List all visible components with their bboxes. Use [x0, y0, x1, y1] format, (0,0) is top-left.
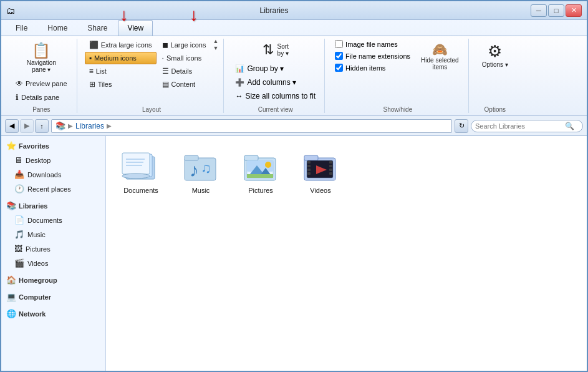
videos-library-icon — [301, 149, 340, 184]
svg-text:♪: ♪ — [190, 160, 199, 180]
large-icons-btn[interactable]: ◼ Large icons — [158, 39, 211, 51]
refresh-button[interactable]: ↻ — [455, 119, 468, 133]
ribbon-group-layout: ⬛ Extra large icons ▪ Medium icons ≡ Lis… — [80, 39, 224, 113]
back-button[interactable]: ◀ — [5, 119, 19, 133]
sidebar: ⭐ Favorites 🖥 Desktop 📥 Downloads 🕐 Rece… — [1, 136, 106, 372]
search-input[interactable] — [475, 122, 562, 130]
sidebar-item-videos[interactable]: 🎬 Videos — [1, 256, 105, 270]
videos-icon: 🎬 — [14, 258, 24, 268]
show-hide-checkboxes: Image file names File name extensions Hi… — [332, 39, 413, 73]
search-icon[interactable]: 🔍 — [565, 122, 574, 130]
tab-file[interactable]: File — [6, 20, 37, 36]
sidebar-section-computer: 💻 Computer — [1, 290, 105, 304]
image-file-names-item[interactable]: Image file names — [332, 39, 413, 49]
size-all-columns-button[interactable]: ↔ Size all columns to fit — [231, 90, 319, 102]
medium-icons-btn[interactable]: ▪ Medium icons — [85, 52, 157, 64]
pictures-library-icon — [241, 149, 281, 184]
sort-by-button[interactable]: ⇅ Sort by ▾ — [231, 39, 319, 61]
ribbon-content: 📋 Navigation pane ▾ 👁 Preview pane ℹ Det… — [1, 36, 587, 115]
content-btn[interactable]: ▤ Content — [158, 78, 211, 91]
svg-rect-28 — [329, 169, 332, 171]
current-view-group-label: Current view — [258, 104, 293, 113]
close-button[interactable]: ✕ — [566, 4, 582, 17]
up-button[interactable]: ↑ — [35, 119, 49, 133]
image-file-names-checkbox[interactable] — [335, 40, 343, 48]
svg-text:♫: ♫ — [201, 160, 211, 176]
sidebar-item-recent-places[interactable]: 🕐 Recent places — [1, 182, 105, 196]
library-item-videos[interactable]: Videos — [296, 146, 345, 197]
ribbon-group-options: ⚙ Options ▾ Options — [471, 39, 519, 113]
downloads-icon: 📥 — [14, 170, 24, 179]
svg-point-15 — [265, 162, 271, 168]
sidebar-network-header[interactable]: 🌐 Network — [1, 306, 105, 321]
file-name-extensions-checkbox[interactable] — [335, 52, 343, 60]
options-button[interactable]: ⚙ Options ▾ — [476, 39, 514, 71]
svg-rect-26 — [329, 161, 332, 164]
sidebar-homegroup-header[interactable]: 🏠 Homegroup — [1, 273, 105, 287]
content-area: Documents ♪ ♫ Music — [106, 136, 587, 372]
documents-icon: 📄 — [14, 215, 24, 225]
ribbon-tab-bar: File Home Share View — [1, 20, 587, 36]
library-item-documents[interactable]: Documents — [116, 146, 166, 197]
nav-arrows: ◀ ▶ ↑ — [5, 119, 49, 133]
layout-scroll[interactable]: ▲ ▼ — [213, 39, 218, 51]
breadcrumb-libraries[interactable]: Libraries — [75, 122, 104, 130]
group-by-button[interactable]: 📊 Group by ▾ — [231, 62, 319, 75]
details-btn[interactable]: ☰ Details — [158, 65, 211, 77]
layout-group-label: Layout — [142, 104, 161, 113]
sidebar-item-downloads[interactable]: 📥 Downloads — [1, 167, 105, 182]
details-pane-button[interactable]: ℹ Details pane — [11, 91, 72, 104]
sidebar-computer-header[interactable]: 💻 Computer — [1, 290, 105, 304]
small-icons-btn[interactable]: · Small icons — [158, 52, 211, 64]
sidebar-libraries-header[interactable]: 📚 Libraries — [1, 198, 105, 213]
library-item-music[interactable]: ♪ ♫ Music — [176, 146, 226, 197]
extra-large-icons-btn[interactable]: ⬛ Extra large icons — [85, 39, 157, 51]
sidebar-item-documents[interactable]: 📄 Documents — [1, 213, 105, 227]
forward-button[interactable]: ▶ — [20, 119, 34, 133]
sidebar-item-music[interactable]: 🎵 Music — [1, 227, 105, 242]
hide-selected-button[interactable]: 🙈 Hide selected items — [417, 39, 463, 74]
address-bar: ◀ ▶ ↑ 📚 ▶ Libraries ▶ ↻ 🔍 — [1, 116, 587, 136]
sidebar-favorites-header[interactable]: ⭐ Favorites — [1, 139, 105, 153]
svg-rect-22 — [307, 161, 311, 164]
preview-pane-button[interactable]: 👁 Preview pane — [11, 77, 72, 90]
sidebar-item-pictures[interactable]: 🖼 Pictures — [1, 242, 105, 256]
maximize-button[interactable]: □ — [548, 4, 564, 17]
tab-home[interactable]: Home — [38, 20, 77, 36]
breadcrumb: 📚 ▶ Libraries ▶ — [51, 119, 452, 133]
add-columns-button[interactable]: ➕ Add columns ▾ — [231, 76, 319, 89]
documents-library-icon — [121, 149, 161, 184]
sidebar-section-network: 🌐 Network — [1, 306, 105, 321]
options-group-label: Options — [484, 104, 506, 113]
hidden-items-item[interactable]: Hidden items — [332, 62, 413, 73]
tiles-btn[interactable]: ⊞ Tiles — [85, 78, 157, 91]
window-controls: ─ □ ✕ — [531, 4, 582, 17]
pictures-label: Pictures — [248, 187, 273, 194]
library-item-pictures[interactable]: Pictures — [236, 146, 286, 197]
svg-rect-18 — [247, 174, 273, 178]
documents-label: Documents — [123, 187, 158, 194]
window-title: Libraries — [17, 6, 531, 15]
file-grid: Documents ♪ ♫ Music — [116, 146, 577, 197]
sidebar-item-desktop[interactable]: 🖥 Desktop — [1, 153, 105, 167]
navigation-pane-button[interactable]: 📋 Navigation pane ▾ — [11, 39, 72, 76]
music-label: Music — [192, 187, 210, 194]
file-name-extensions-item[interactable]: File name extensions — [332, 51, 413, 61]
videos-label: Videos — [310, 187, 330, 194]
ribbon: File Home Share View 📋 Navigation pane ▾… — [1, 20, 587, 116]
panes-group-label: Panes — [32, 104, 50, 113]
app-icon: 🗂 — [6, 6, 15, 16]
svg-rect-2 — [122, 153, 150, 174]
main-area: ⭐ Favorites 🖥 Desktop 📥 Downloads 🕐 Rece… — [1, 136, 587, 372]
sidebar-section-homegroup: 🏠 Homegroup — [1, 273, 105, 287]
red-arrow-1: ↓ — [120, 5, 128, 25]
ribbon-group-panes: 📋 Navigation pane ▾ 👁 Preview pane ℹ Det… — [6, 39, 77, 113]
list-btn[interactable]: ≡ List — [85, 65, 157, 77]
red-arrow-2: ↓ — [190, 5, 198, 25]
tab-share[interactable]: Share — [78, 20, 117, 36]
desktop-icon: 🖥 — [14, 155, 22, 165]
hidden-items-checkbox[interactable] — [335, 64, 343, 72]
svg-rect-20 — [304, 155, 318, 160]
svg-rect-12 — [244, 155, 258, 160]
minimize-button[interactable]: ─ — [531, 4, 547, 17]
